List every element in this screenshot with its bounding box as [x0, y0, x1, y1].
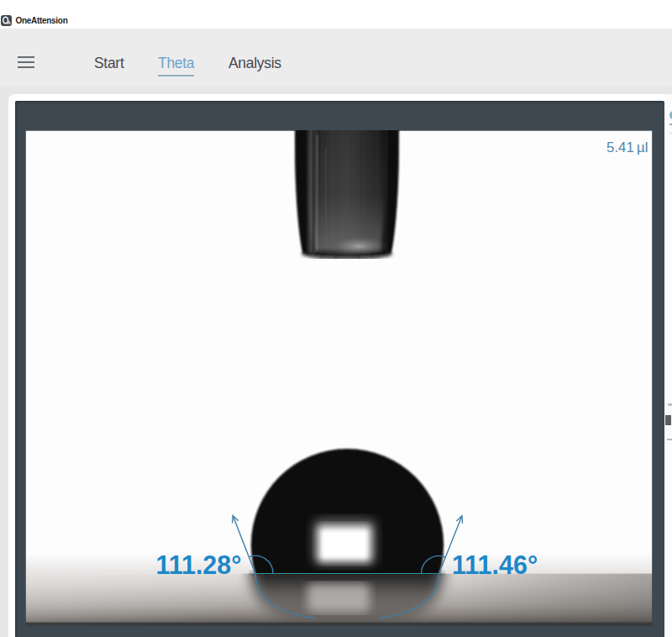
svg-text:111.28°: 111.28° — [155, 550, 241, 579]
svg-text:5.41 µl: 5.41 µl — [606, 140, 648, 155]
svg-text:A: A — [8, 20, 11, 25]
svg-text:111.46°: 111.46° — [452, 550, 538, 579]
